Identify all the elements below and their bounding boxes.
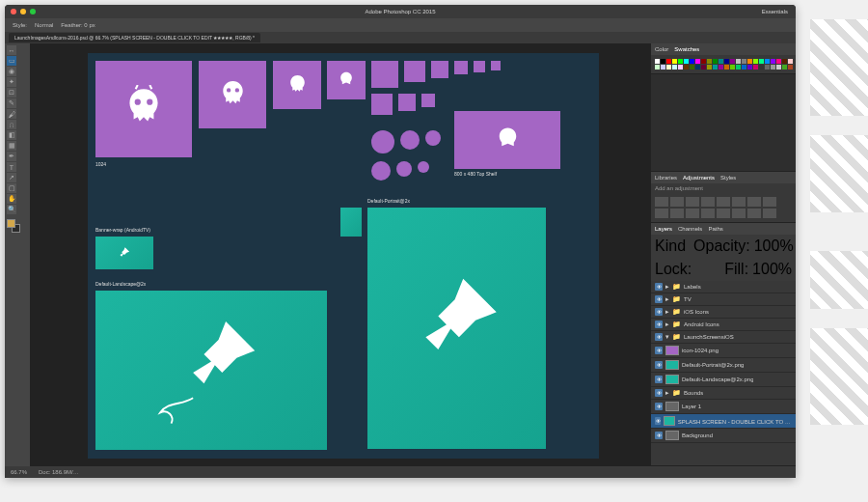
swatch[interactable] xyxy=(695,59,700,64)
layer-row[interactable]: 👁▾📁LaunchScreensiOS xyxy=(651,331,796,344)
wand-tool-icon[interactable]: ✦ xyxy=(7,77,16,87)
artboard-top-shelf[interactable] xyxy=(454,111,560,169)
swatch[interactable] xyxy=(724,59,729,64)
pen-tool-icon[interactable]: ✒ xyxy=(7,152,16,161)
lasso-tool-icon[interactable]: ◉ xyxy=(7,67,16,76)
layer-thumbnail[interactable] xyxy=(665,431,679,440)
visibility-icon[interactable]: 👁 xyxy=(655,295,663,303)
artboard-circle[interactable] xyxy=(371,130,394,153)
artboard-tile[interactable] xyxy=(454,61,468,74)
swatch[interactable] xyxy=(782,59,787,64)
swatch[interactable] xyxy=(707,59,712,64)
adjustment-curves-icon[interactable] xyxy=(686,197,699,207)
swatch[interactable] xyxy=(753,65,758,70)
layers-fill-value[interactable]: 100% xyxy=(752,261,792,278)
layer-thumbnail[interactable] xyxy=(665,402,679,411)
crop-tool-icon[interactable]: ⊡ xyxy=(7,88,16,98)
swatch[interactable] xyxy=(713,65,718,70)
swatch[interactable] xyxy=(655,59,660,64)
disclosure-icon[interactable]: ▸ xyxy=(665,389,669,397)
layer-row[interactable]: 👁SPLASH SCREEN - DOUBLE CLICK TO EDIT ★★… xyxy=(651,414,796,429)
swatches-grid[interactable] xyxy=(651,55,796,73)
swatch[interactable] xyxy=(776,59,781,64)
visibility-icon[interactable]: 👁 xyxy=(655,321,663,328)
artboard-circle[interactable] xyxy=(371,161,391,181)
disclosure-icon[interactable]: ▸ xyxy=(665,308,669,316)
adjustment-threshold-icon[interactable] xyxy=(717,209,730,218)
artboard-tile[interactable] xyxy=(491,61,501,70)
swatch[interactable] xyxy=(713,59,718,64)
artboard-tile[interactable] xyxy=(199,61,266,128)
adjustment-lookup-icon[interactable] xyxy=(670,209,684,218)
swatch[interactable] xyxy=(747,59,752,64)
panel-tab-styles[interactable]: Styles xyxy=(720,175,736,181)
path-tool-icon[interactable]: ↗ xyxy=(7,173,16,182)
visibility-icon[interactable]: 👁 xyxy=(655,347,663,354)
swatch[interactable] xyxy=(695,65,700,70)
artboard-tile[interactable] xyxy=(474,61,485,72)
layer-thumbnail[interactable] xyxy=(665,375,679,384)
panel-tab-adjustments[interactable]: Adjustments xyxy=(683,175,715,181)
swatch[interactable] xyxy=(684,59,689,64)
swatch[interactable] xyxy=(690,65,694,70)
stamp-tool-icon[interactable]: ⎍ xyxy=(7,120,16,129)
swatch[interactable] xyxy=(788,59,793,64)
artboard-tile[interactable] xyxy=(340,208,362,237)
swatch[interactable] xyxy=(765,59,770,64)
swatch[interactable] xyxy=(742,59,746,64)
swatch[interactable] xyxy=(701,65,706,70)
layer-row[interactable]: 👁Background xyxy=(651,429,796,443)
workspace-label[interactable]: Essentials xyxy=(762,9,788,14)
swatch[interactable] xyxy=(672,65,677,70)
layer-row[interactable]: 👁▸📁iOS Icons xyxy=(651,306,796,319)
canvas-area[interactable]: 800 x 480 Top Shelf 1024 Banner-wrap (An… xyxy=(30,43,651,466)
brush-tool-icon[interactable]: 🖌 xyxy=(7,109,16,119)
layer-row[interactable]: 👁Layer 1 xyxy=(651,400,796,414)
swatch[interactable] xyxy=(747,65,752,70)
disclosure-icon[interactable]: ▸ xyxy=(665,283,669,291)
swatch[interactable] xyxy=(753,59,758,64)
status-zoom[interactable]: 66.7% xyxy=(11,469,27,475)
swatch[interactable] xyxy=(759,65,764,70)
adjustment-brightness-icon[interactable] xyxy=(655,197,668,207)
eyedropper-tool-icon[interactable]: ✎ xyxy=(7,98,16,108)
visibility-icon[interactable]: 👁 xyxy=(655,308,663,316)
disclosure-icon[interactable]: ▸ xyxy=(665,321,669,328)
panel-tab-libraries[interactable]: Libraries xyxy=(655,175,677,181)
artboard-circle[interactable] xyxy=(400,130,420,150)
document-tab[interactable]: LaunchImagesAndIcons-2016.psd @ 66.7% (S… xyxy=(9,33,260,42)
zoom-tool-icon[interactable]: 🔍 xyxy=(7,205,16,214)
artboard-tile[interactable] xyxy=(95,61,192,157)
panel-tab-paths[interactable]: Paths xyxy=(708,226,722,232)
swatch[interactable] xyxy=(776,65,781,70)
zoom-icon[interactable] xyxy=(30,9,36,14)
options-style-value[interactable]: Normal xyxy=(35,22,53,28)
layer-row[interactable]: 👁icon-1024.png xyxy=(651,344,796,358)
swatch[interactable] xyxy=(661,59,665,64)
adjustment-posterize-icon[interactable] xyxy=(701,209,715,218)
swatch[interactable] xyxy=(690,59,694,64)
minimize-icon[interactable] xyxy=(20,9,26,14)
layer-row[interactable]: 👁▸📁Labels xyxy=(651,281,796,293)
adjustment-mixer-icon[interactable] xyxy=(655,209,668,218)
swatch[interactable] xyxy=(765,65,770,70)
swatch[interactable] xyxy=(666,59,671,64)
layer-row[interactable]: 👁Default-Portrait@2x.png xyxy=(651,358,796,373)
gradient-tool-icon[interactable]: ▦ xyxy=(7,141,16,151)
close-icon[interactable] xyxy=(11,9,16,14)
swatch[interactable] xyxy=(655,65,660,70)
layers-list[interactable]: 👁▸📁Labels👁▸📁TV👁▸📁iOS Icons👁▸📁Android Ico… xyxy=(651,281,796,465)
fg-bg-color[interactable] xyxy=(7,219,20,233)
artboard-tile[interactable] xyxy=(371,61,398,88)
visibility-icon[interactable]: 👁 xyxy=(655,403,663,410)
adjustment-exposure-icon[interactable] xyxy=(701,197,715,207)
swatch[interactable] xyxy=(661,65,665,70)
layers-opacity-value[interactable]: 100% xyxy=(754,237,794,255)
swatch[interactable] xyxy=(736,65,741,70)
panel-tab-layers[interactable]: Layers xyxy=(655,226,672,232)
foreground-swatch[interactable] xyxy=(7,219,15,228)
swatch[interactable] xyxy=(759,59,764,64)
artboard-circle[interactable] xyxy=(396,161,412,177)
adjustment-gradient-icon[interactable] xyxy=(732,209,746,218)
swatch[interactable] xyxy=(719,59,723,64)
